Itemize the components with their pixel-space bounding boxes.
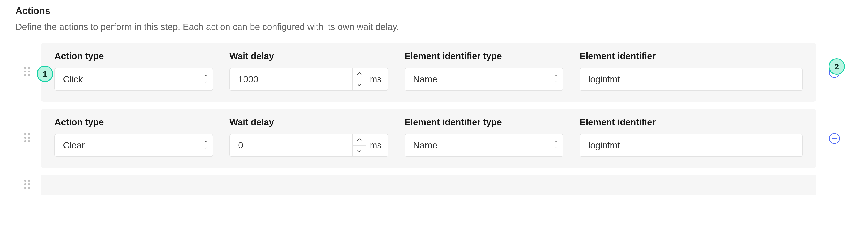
stepper-down-button[interactable] xyxy=(352,146,366,156)
action-type-label: Action type xyxy=(55,51,213,61)
element-identifier-value: loginfmt xyxy=(588,140,620,151)
wait-delay-spinner xyxy=(352,68,366,91)
chevron-updown-icon: ⌃⌄ xyxy=(204,142,208,149)
wait-delay-value: 0 xyxy=(238,140,243,151)
actions-list: 1 2 Action type Click ⌃⌄ Wait delay xyxy=(16,43,852,195)
drag-handle-icon[interactable] xyxy=(25,67,32,78)
element-identifier-type-label: Element identifier type xyxy=(405,117,563,127)
chevron-up-icon xyxy=(357,138,362,141)
action-type-value: Clear xyxy=(63,140,85,151)
wait-delay-label: Wait delay xyxy=(229,51,388,61)
element-identifier-type-value: Name xyxy=(413,140,437,151)
action-type-value: Click xyxy=(63,74,83,84)
element-identifier-value: loginfmt xyxy=(588,74,620,84)
action-card: Action type Wait delay Element identifie… xyxy=(41,175,816,195)
action-row: Action type Clear ⌃⌄ Wait delay 0 xyxy=(16,109,852,168)
stepper-up-button[interactable] xyxy=(352,68,366,79)
wait-delay-label: Wait delay xyxy=(229,117,388,127)
action-card: Action type Clear ⌃⌄ Wait delay 0 xyxy=(41,109,816,168)
minus-icon xyxy=(832,138,837,139)
action-type-label: Action type xyxy=(55,117,213,127)
element-identifier-label: Element identifier xyxy=(580,117,803,127)
remove-action-button[interactable] xyxy=(829,133,840,144)
action-row: Action type Wait delay Element identifie… xyxy=(16,175,852,195)
element-identifier-type-select[interactable]: Name ⌃⌄ xyxy=(405,134,563,157)
wait-delay-unit: ms xyxy=(366,134,388,157)
chevron-down-icon xyxy=(357,83,362,86)
element-identifier-type-label: Element identifier type xyxy=(405,51,563,61)
annotation-badge-2: 2 xyxy=(829,58,845,75)
drag-handle-icon[interactable] xyxy=(25,133,32,144)
wait-delay-spinner xyxy=(352,134,366,157)
annotation-badge-1: 1 xyxy=(37,66,53,82)
actions-section: Actions Define the actions to perform in… xyxy=(0,0,868,195)
chevron-down-icon xyxy=(357,149,362,153)
stepper-down-button[interactable] xyxy=(352,79,366,90)
action-type-select[interactable]: Clear ⌃⌄ xyxy=(55,134,213,157)
action-type-select[interactable]: Click ⌃⌄ xyxy=(55,68,213,91)
element-identifier-label: Element identifier xyxy=(580,51,803,61)
section-title: Actions xyxy=(16,5,852,16)
drag-handle-icon[interactable] xyxy=(25,180,32,191)
chevron-up-icon xyxy=(357,72,362,75)
chevron-updown-icon: ⌃⌄ xyxy=(554,142,558,149)
action-row: Action type Click ⌃⌄ Wait delay 1000 xyxy=(16,43,852,102)
action-card: Action type Click ⌃⌄ Wait delay 1000 xyxy=(41,43,816,102)
chevron-updown-icon: ⌃⌄ xyxy=(554,76,558,83)
element-identifier-type-select[interactable]: Name ⌃⌄ xyxy=(405,68,563,91)
wait-delay-input[interactable]: 0 xyxy=(229,134,352,157)
wait-delay-input[interactable]: 1000 xyxy=(229,68,352,91)
element-identifier-input[interactable]: loginfmt xyxy=(580,68,803,91)
chevron-updown-icon: ⌃⌄ xyxy=(204,76,208,83)
wait-delay-value: 1000 xyxy=(238,74,258,84)
element-identifier-type-value: Name xyxy=(413,74,437,84)
wait-delay-unit: ms xyxy=(366,68,388,91)
stepper-up-button[interactable] xyxy=(352,134,366,146)
section-description: Define the actions to perform in this st… xyxy=(16,22,852,32)
element-identifier-input[interactable]: loginfmt xyxy=(580,134,803,157)
